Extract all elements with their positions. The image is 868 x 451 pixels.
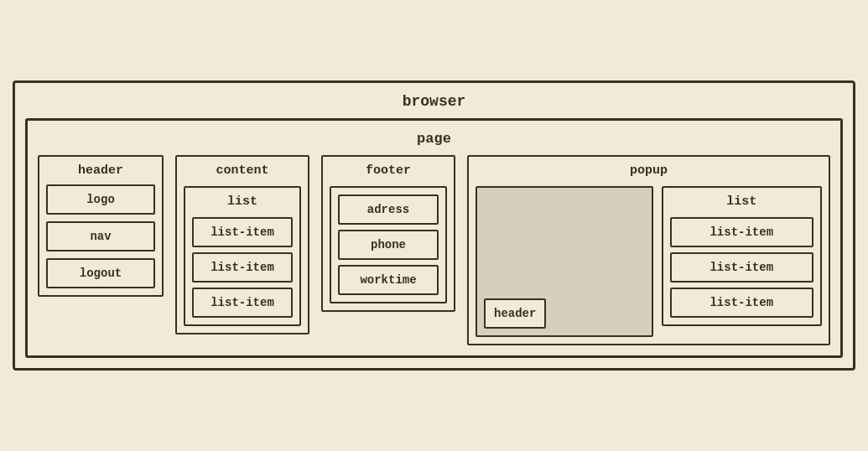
content-list-item-3: list-item xyxy=(192,288,293,318)
header-column: header logo nav logout xyxy=(38,155,164,297)
footer-list-section: adress phone worktime xyxy=(330,186,447,303)
header-section: header logo nav logout xyxy=(38,155,164,297)
popup-list-section: list list-item list-item list-item xyxy=(662,186,823,326)
popup-list-item-2: list-item xyxy=(670,252,814,283)
content-section: content list list-item list-item list-it… xyxy=(175,155,309,334)
address-box: adress xyxy=(338,194,439,225)
browser-container: browser page header logo nav logout cont… xyxy=(13,80,855,371)
popup-section: popup header list list-item list-item xyxy=(467,155,830,345)
footer-section: footer adress phone worktime xyxy=(321,155,455,312)
header-title: header xyxy=(46,163,155,178)
popup-list-label: list xyxy=(670,194,814,209)
phone-box: phone xyxy=(338,230,439,260)
page-inner: header logo nav logout content list list… xyxy=(38,155,830,345)
footer-column: footer adress phone worktime xyxy=(321,155,455,312)
content-column: content list list-item list-item list-it… xyxy=(175,155,309,334)
logo-box: logo xyxy=(46,184,155,215)
logout-box: logout xyxy=(46,258,155,288)
popup-label: popup xyxy=(476,163,822,178)
browser-label: browser xyxy=(25,93,843,110)
popup-column: popup header list list-item list-item xyxy=(467,155,830,345)
page-container: page header logo nav logout content list… xyxy=(25,118,843,358)
footer-label: footer xyxy=(330,163,447,178)
content-list-item-2: list-item xyxy=(192,252,293,283)
popup-list-item-1: list-item xyxy=(670,217,814,247)
page-label: page xyxy=(38,131,830,147)
popup-inner: header list list-item list-item list-ite… xyxy=(476,186,822,337)
popup-right: list list-item list-item list-item xyxy=(662,186,823,326)
content-list-label: list xyxy=(192,194,293,209)
content-list-item-1: list-item xyxy=(192,217,293,247)
nav-box: nav xyxy=(46,221,155,251)
worktime-box: worktime xyxy=(338,265,439,295)
content-label: content xyxy=(184,163,301,178)
popup-gray-area: header xyxy=(476,186,653,337)
content-list-section: list list-item list-item list-item xyxy=(184,186,301,326)
popup-header-box: header xyxy=(484,298,546,329)
popup-list-item-3: list-item xyxy=(670,288,814,318)
